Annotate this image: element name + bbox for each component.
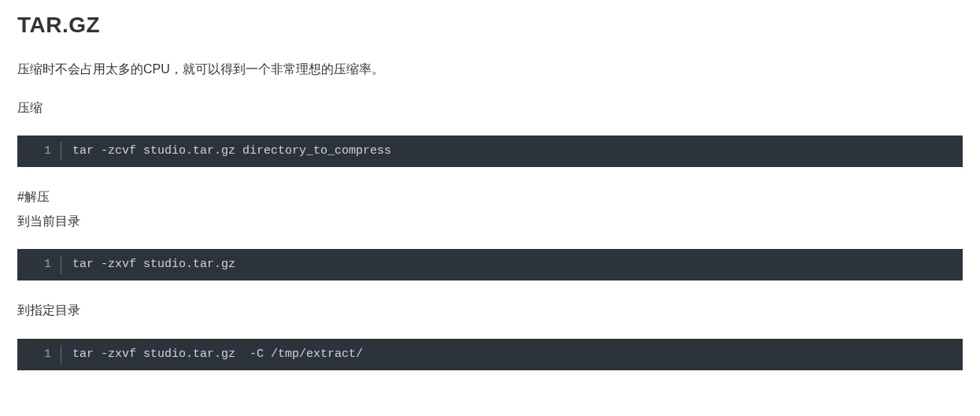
code-gutter: 1 xyxy=(17,255,61,274)
code-block-extract-current: 1 tar -zxvf studio.tar.gz xyxy=(17,249,963,280)
code-gutter: 1 xyxy=(17,142,61,161)
intro-paragraph: 压缩时不会占用太多的CPU，就可以得到一个非常理想的压缩率。 xyxy=(17,58,963,80)
code-content[interactable]: tar -zcvf studio.tar.gz directory_to_com… xyxy=(61,142,402,161)
code-gutter: 1 xyxy=(17,345,61,364)
label-decompress-hash: #解压 xyxy=(17,186,963,207)
code-path-segment: / xyxy=(356,347,363,361)
code-path-segment: /tmp/ xyxy=(271,347,306,361)
code-block-compress: 1 tar -zcvf studio.tar.gz directory_to_c… xyxy=(17,136,963,167)
label-to-target-dir: 到指定目录 xyxy=(17,299,963,321)
code-content[interactable]: tar -zxvf studio.tar.gz xyxy=(61,255,246,274)
code-content[interactable]: tar -zxvf studio.tar.gz -C /tmp/extract/ xyxy=(61,345,374,364)
label-compress: 压缩 xyxy=(17,97,963,118)
section-heading: TAR.GZ xyxy=(17,6,963,44)
code-text: tar -zxvf studio.tar.gz -C xyxy=(72,347,271,361)
code-path-segment: extract xyxy=(306,347,356,361)
label-to-current-dir: 到当前目录 xyxy=(17,210,963,232)
code-block-extract-target: 1 tar -zxvf studio.tar.gz -C /tmp/extrac… xyxy=(17,339,963,370)
